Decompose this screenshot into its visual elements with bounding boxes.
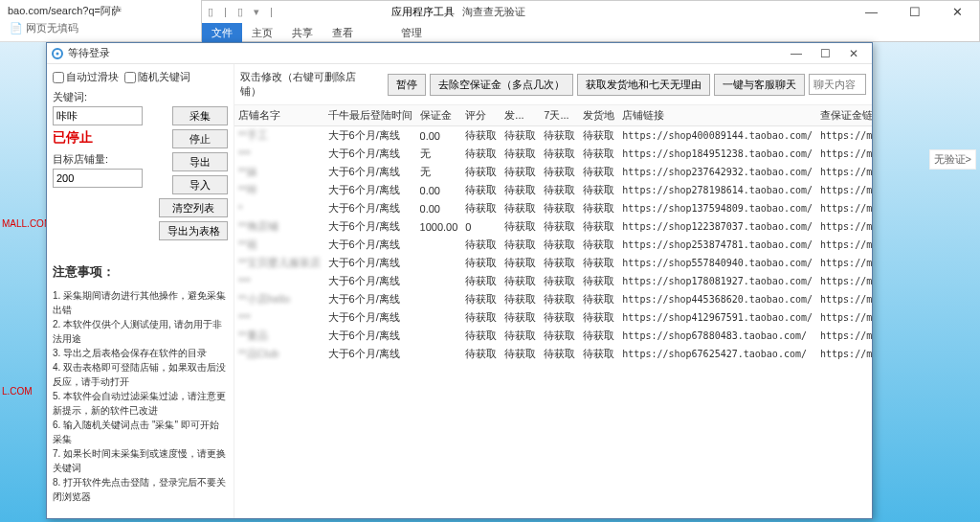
cell: **妹 [234, 163, 324, 181]
column-header[interactable]: 店铺名字 [234, 105, 324, 126]
notes-title: 注意事项： [53, 263, 228, 281]
cell [416, 327, 462, 345]
cell: 待获取 [501, 199, 540, 217]
cell: 待获取 [461, 145, 501, 163]
cell: 待获取 [540, 163, 579, 181]
cell: **品Club [234, 345, 324, 363]
table-row[interactable]: **手工大于6个月/离线0.00待获取待获取待获取待获取https://shop… [234, 126, 872, 146]
cell: 待获取 [540, 181, 579, 199]
app-maximize-button[interactable]: ☐ [811, 44, 839, 63]
cell: 待获取 [579, 236, 618, 254]
cell: https://shop237642932.taobao.com/ [618, 163, 816, 181]
cell: https://shop412967591.taobao.com/ [618, 308, 816, 327]
column-header[interactable]: 千牛最后登陆时间 [324, 105, 416, 126]
column-header[interactable]: 店铺链接 [618, 105, 816, 126]
cell: 待获取 [540, 217, 579, 236]
cell: 0.00 [416, 126, 462, 146]
table-row[interactable]: **祖大于6个月/离线待获取待获取待获取待获取https://shop25387… [234, 236, 872, 254]
cell: https://market.m.taobao.com/c [816, 145, 872, 163]
column-header[interactable]: 评分 [461, 105, 501, 126]
ribbon-file-tab[interactable]: 文件 [202, 23, 242, 43]
cell: https://market.m.taobao.com/c [816, 236, 872, 254]
cell: 待获取 [579, 327, 618, 345]
ribbon-view-tab[interactable]: 查看 [323, 23, 363, 43]
cell: * [234, 199, 324, 217]
cell: https://shop184951238.taobao.com/ [618, 145, 816, 163]
cell: https://shop178081927.taobao.com/ [618, 272, 816, 290]
cell: 待获取 [461, 345, 501, 363]
app-titlebar[interactable]: 等待登录 — ☐ ✕ [47, 43, 872, 64]
chat-content-input[interactable] [809, 74, 866, 95]
cell: **量品 [234, 327, 324, 345]
explorer-minimize-button[interactable]: — [850, 1, 893, 22]
column-header[interactable]: 发... [501, 105, 540, 126]
export-table-button[interactable]: 导出为表格 [159, 221, 228, 240]
app-minimize-button[interactable]: — [782, 44, 811, 63]
column-header[interactable]: 发货地 [579, 105, 618, 126]
column-header[interactable]: 查保证金链接 [816, 105, 872, 126]
table-row[interactable]: **小店hello大于6个月/离线待获取待获取待获取待获取https://sho… [234, 290, 872, 308]
one-chat-button[interactable]: 一键与客服聊天 [714, 74, 805, 96]
table-row[interactable]: **饰店铺大于6个月/离线1000.000待获取待获取待获取https://sh… [234, 217, 872, 236]
ribbon-manage-tab[interactable]: 管理 [391, 23, 432, 43]
ribbon-home-tab[interactable]: 主页 [242, 23, 282, 43]
get-ship-button[interactable]: 获取发货地和七天无理由 [577, 74, 710, 96]
cell: 大于6个月/离线 [324, 290, 416, 308]
cell: 待获取 [579, 217, 618, 236]
cell [416, 272, 462, 290]
app-icon [51, 47, 64, 60]
quick-access-toolbar[interactable]: ▯ | ▯ ▾ | [202, 6, 277, 18]
notes-body: 1. 采集期间请勿进行其他操作，避免采集出错 2. 本软件仅供个人测试使用, 请… [53, 288, 228, 518]
cell: 无 [416, 145, 462, 163]
cell: https://shop137594809.taobao.com/ [618, 199, 816, 217]
contextual-tab-group: 应用程序工具 [391, 5, 455, 19]
bg-right-text: 无验证> [929, 149, 976, 170]
cell: https://shop122387037.taobao.com/ [618, 217, 816, 236]
cell: 待获取 [579, 163, 618, 181]
table-row[interactable]: ***大于6个月/离线无待获取待获取待获取待获取https://shop1849… [234, 145, 872, 163]
remove-deposit-button[interactable]: 去除空保证金（多点几次） [430, 74, 573, 96]
collect-button[interactable]: 采集 [172, 106, 228, 125]
cell: 待获取 [461, 272, 501, 290]
cell: 大于6个月/离线 [324, 308, 416, 327]
table-row[interactable]: *大于6个月/离线0.00待获取待获取待获取待获取https://shop137… [234, 199, 872, 217]
status-text: 已停止 [53, 129, 143, 147]
cell: 待获取 [461, 290, 501, 308]
table-row[interactable]: **宝贝婴儿服装店大于6个月/离线待获取待获取待获取待获取https://sho… [234, 254, 872, 272]
app-close-button[interactable]: ✕ [839, 44, 868, 63]
ribbon-share-tab[interactable]: 共享 [282, 23, 323, 43]
keyword-label: 关键词: [53, 90, 228, 104]
data-table: 店铺名字千牛最后登陆时间保证金评分发...7天...发货地店铺链接查保证金链接 … [234, 105, 872, 363]
toolbar-hint: 双击修改（右键可删除店铺） [240, 70, 376, 99]
stop-button[interactable]: 停止 [172, 129, 228, 148]
table-row[interactable]: ***大于6个月/离线待获取待获取待获取待获取https://shop41296… [234, 308, 872, 327]
column-header[interactable]: 保证金 [416, 105, 462, 126]
cell: **手工 [234, 126, 324, 146]
keyword-input[interactable] [53, 106, 143, 125]
table-row[interactable]: **量品大于6个月/离线待获取待获取待获取待获取https://shop6788… [234, 327, 872, 345]
svg-point-1 [56, 52, 59, 55]
explorer-close-button[interactable]: ✕ [936, 1, 979, 22]
data-table-wrap[interactable]: 店铺名字千牛最后登陆时间保证金评分发...7天...发货地店铺链接查保证金链接 … [234, 105, 872, 518]
left-panel: 自动过滑块 随机关键词 关键词: 已停止 目标店铺量: 采集 停止 导出 导入 … [47, 64, 234, 518]
target-input[interactable] [53, 169, 143, 188]
auto-slide-checkbox[interactable]: 自动过滑块 [53, 70, 119, 84]
explorer-maximize-button[interactable]: ☐ [893, 1, 936, 22]
pause-button[interactable]: 暂停 [388, 74, 426, 96]
export-button[interactable]: 导出 [172, 152, 228, 171]
table-row[interactable]: **咔大于6个月/离线0.00待获取待获取待获取待获取https://shop2… [234, 181, 872, 199]
random-keyword-checkbox[interactable]: 随机关键词 [124, 70, 190, 84]
cell: https://market.m.taobao.com/c [816, 163, 872, 181]
cell [416, 345, 462, 363]
table-row[interactable]: **品Club大于6个月/离线待获取待获取待获取待获取https://shop6… [234, 345, 872, 363]
table-row[interactable]: **妹大于6个月/离线无待获取待获取待获取待获取https://shop2376… [234, 163, 872, 181]
cell: 大于6个月/离线 [324, 327, 416, 345]
clear-list-button[interactable]: 清空列表 [159, 198, 228, 217]
cell: 待获取 [540, 290, 579, 308]
cell: *** [234, 308, 324, 327]
cell: 待获取 [461, 327, 501, 345]
cell: 大于6个月/离线 [324, 145, 416, 163]
column-header[interactable]: 7天... [540, 105, 579, 126]
import-button[interactable]: 导入 [172, 175, 228, 194]
table-row[interactable]: ***大于6个月/离线待获取待获取待获取待获取https://shop17808… [234, 272, 872, 290]
